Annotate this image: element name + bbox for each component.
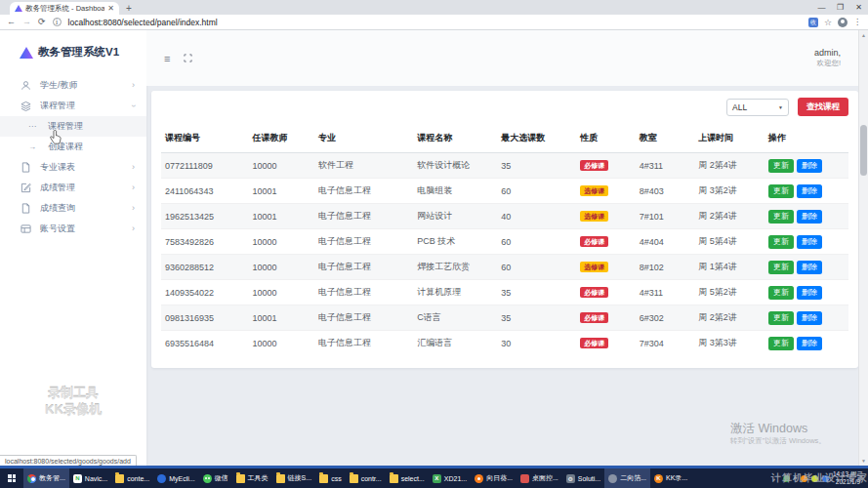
scroll-up-icon[interactable]: ▲ — [859, 32, 868, 38]
major: 电子信息工程 — [314, 280, 413, 305]
taskbar-item[interactable]: 链接S... — [272, 468, 316, 488]
taskbar-item-label: 二向箔... — [620, 473, 646, 483]
max-students: 35 — [497, 153, 576, 179]
taskbar-item[interactable]: 桌面控... — [517, 468, 562, 488]
delete-button[interactable]: 删除 — [797, 311, 822, 325]
web-page: 教务管理系统V1 学生/教师›课程管理›⋯课程管理→创建课程专业课表›成绩管理›… — [0, 30, 868, 466]
new-tab-button[interactable]: + — [126, 2, 132, 15]
tray-icon-yellow[interactable] — [811, 475, 818, 482]
taskbar-item[interactable]: MyEcli... — [153, 468, 198, 488]
search-course-button[interactable]: 查找课程 — [798, 98, 848, 116]
main-area: ≡ admin, 欢迎您! ALL ▼ 查找课程 — [146, 30, 858, 466]
tray-app-icon[interactable] — [783, 475, 790, 482]
filter-select[interactable]: ALL ▼ — [726, 99, 789, 116]
teacher-id: 10001 — [248, 179, 314, 204]
window-maximize-button[interactable]: ❐ — [831, 0, 849, 15]
reload-icon[interactable]: ⟳ — [38, 18, 46, 26]
update-button[interactable]: 更新 — [768, 311, 794, 325]
taskbar-item[interactable]: KKK录... — [650, 468, 691, 488]
tray-icon-blue[interactable] — [822, 475, 829, 482]
scroll-down-icon[interactable]: ▼ — [859, 458, 868, 464]
delete-button[interactable]: 删除 — [797, 337, 822, 350]
extension-icon[interactable]: 收 — [808, 18, 818, 27]
avatar-icon — [608, 474, 617, 483]
update-button[interactable]: 更新 — [768, 337, 794, 350]
taskbar-item[interactable]: 向日葵... — [471, 468, 517, 488]
sidebar-item-grade-management[interactable]: 成绩管理› — [0, 178, 146, 198]
top-header: ≡ admin, 欢迎您! — [146, 30, 858, 86]
course-id: 7583492826 — [161, 229, 248, 255]
taskbar-item-label: contr... — [361, 475, 382, 482]
browser-profile-avatar[interactable] — [838, 18, 847, 27]
clock-date: 2021/1/9 — [833, 478, 863, 486]
update-button[interactable]: 更新 — [768, 286, 794, 300]
sidebar-item-course-management[interactable]: 课程管理› — [0, 96, 146, 116]
update-button[interactable]: 更新 — [768, 235, 794, 249]
forward-icon[interactable]: → — [22, 18, 31, 26]
delete-button[interactable]: 删除 — [797, 210, 822, 224]
taskbar-item-label: Navic... — [85, 475, 107, 482]
taskbar-item[interactable]: contr... — [346, 468, 386, 488]
taskbar-item[interactable]: ⚙Soluti... — [562, 468, 604, 488]
course-name: 网站设计 — [413, 204, 497, 229]
sidebar-item-course-management-sub[interactable]: ⋯课程管理 — [0, 116, 146, 137]
sidebar-item-students-teachers[interactable]: 学生/教师› — [0, 75, 146, 96]
hamburger-menu-icon[interactable]: ≡ — [164, 53, 170, 64]
url-text[interactable]: localhost:8080/selected/panel/index.html — [68, 18, 218, 27]
fullscreen-icon[interactable] — [184, 54, 192, 62]
taskbar-item[interactable]: 微信 — [199, 468, 232, 488]
myeclipse-icon — [157, 474, 166, 483]
page-info-icon[interactable]: i — [53, 18, 62, 26]
classroom: 6#302 — [636, 305, 695, 331]
window-minimize-button[interactable]: — — [812, 0, 831, 15]
major: 电子信息工程 — [314, 229, 413, 255]
update-button[interactable]: 更新 — [768, 210, 794, 224]
sidebar-item-major-schedule[interactable]: 专业课表› — [0, 157, 146, 178]
course-type-badge: 必修课 — [580, 287, 608, 298]
course-name: 汇编语言 — [413, 331, 497, 356]
column-header: 专业 — [314, 125, 413, 153]
taskbar-clock[interactable]: 14:13 周二 2021/1/9 — [833, 470, 863, 486]
back-icon[interactable]: ← — [7, 18, 16, 26]
delete-button[interactable]: 删除 — [797, 159, 822, 173]
window-close-button[interactable]: ✕ — [849, 0, 868, 15]
file-icon — [21, 162, 32, 173]
bookmark-star-icon[interactable]: ☆ — [824, 18, 832, 27]
table-row: 936028851210000电子信息工程焊接工艺欣赏60选修课8#102周 1… — [161, 255, 848, 280]
user-info[interactable]: admin, 欢迎您! — [814, 48, 841, 68]
table-row: 693551648410000电子信息工程汇编语言30必修课7#304周 3第3… — [161, 331, 848, 356]
delete-button[interactable]: 删除 — [797, 235, 822, 249]
delete-button[interactable]: 删除 — [797, 184, 822, 198]
update-button[interactable]: 更新 — [768, 261, 794, 274]
taskbar-item[interactable]: conte... — [111, 468, 153, 488]
update-button[interactable]: 更新 — [768, 159, 794, 173]
tray-expand-icon[interactable]: ^ — [794, 475, 797, 482]
taskbar-item[interactable]: 教务管... — [23, 468, 69, 488]
sidebar-item-create-course[interactable]: →创建课程 — [0, 137, 146, 157]
browser-tab[interactable]: 教务管理系统 - Dashboard ✕ — [10, 2, 119, 15]
tab-close-icon[interactable]: ✕ — [107, 4, 114, 13]
classroom: 8#102 — [636, 255, 695, 280]
browser-menu-icon[interactable]: ⋮ — [853, 18, 861, 26]
max-students: 30 — [497, 331, 576, 356]
delete-button[interactable]: 删除 — [797, 286, 822, 300]
start-button[interactable] — [0, 468, 23, 488]
taskbar-item-label: 微信 — [215, 473, 228, 483]
taskbar-item[interactable]: css — [315, 468, 346, 488]
tray-icon-orange[interactable] — [801, 475, 807, 482]
course-type-badge: 必修课 — [580, 160, 608, 171]
taskbar-item[interactable]: 二向箔... — [604, 468, 650, 488]
sidebar-item-grade-query[interactable]: 成绩查询› — [0, 198, 146, 219]
taskbar-item[interactable]: XXD21... — [429, 468, 471, 488]
sidebar-item-account-settings[interactable]: 账号设置› — [0, 219, 146, 239]
delete-button[interactable]: 删除 — [797, 261, 822, 274]
taskbar-item[interactable]: select... — [386, 468, 429, 488]
course-id: 6935516484 — [161, 331, 248, 356]
taskbar-item-label: select... — [401, 475, 425, 482]
scrollbar-thumb[interactable] — [860, 125, 867, 176]
course-type-badge: 必修课 — [580, 312, 608, 323]
vertical-scrollbar[interactable]: ▲ ▼ — [858, 30, 868, 466]
update-button[interactable]: 更新 — [768, 184, 794, 198]
taskbar-item[interactable]: 工具类 — [232, 468, 272, 488]
taskbar-item[interactable]: NNavic... — [69, 468, 111, 488]
